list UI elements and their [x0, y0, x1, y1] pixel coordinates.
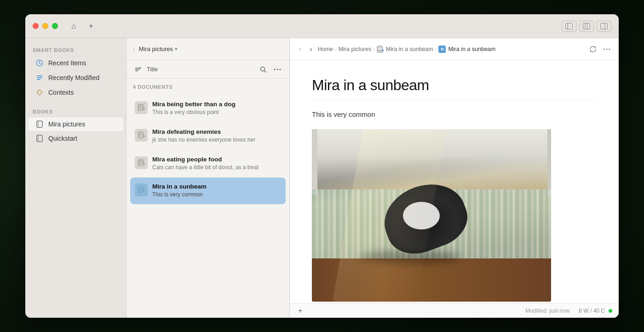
svg-rect-49: [378, 50, 381, 52]
doc-item-1-text: Mira being better than a dog This is a v…: [152, 101, 236, 116]
svg-rect-40: [144, 163, 145, 165]
doc-item-3[interactable]: Mira eating people food Cats can have a …: [130, 150, 286, 177]
svg-rect-34: [139, 136, 142, 137]
breadcrumb-book-link[interactable]: Mira pictures: [339, 46, 372, 52]
detail-content: Mira in a sunbeam This is very common: [290, 60, 619, 303]
notebook-icon: [35, 120, 44, 128]
smart-books-label: SMART BOOKS: [25, 47, 126, 53]
traffic-lights: [25, 23, 65, 29]
svg-rect-2: [583, 23, 590, 29]
back-nav-icon[interactable]: ‹: [133, 46, 135, 53]
svg-rect-32: [139, 133, 143, 134]
detail-header: ‹ › Home › Mira pictures ›: [290, 38, 619, 60]
doc-item-3-subtitle: Cats can have a little bit of donut, as …: [152, 164, 259, 172]
doc-title: Mira in a sunbeam: [312, 77, 597, 101]
status-bar: + Modified: just now 8 W / 40 C: [290, 303, 619, 318]
svg-rect-29: [139, 108, 142, 109]
doc-icon-2: [135, 129, 148, 142]
close-button[interactable]: [33, 23, 39, 29]
view-detail-button[interactable]: [597, 21, 611, 32]
sidebar-item-recent-items[interactable]: Recent Items: [28, 56, 123, 70]
current-doc-icon: N: [438, 46, 446, 53]
doc-icon-1: [135, 101, 148, 114]
doc-item-1-title: Mira being better than a dog: [152, 101, 236, 108]
view-sidebar-button[interactable]: [562, 21, 576, 32]
breadcrumb-current-label: Mira in a sunbeam: [448, 46, 495, 52]
doc-count-label: 4 DOCUMENTS: [126, 79, 289, 93]
svg-point-25: [280, 69, 281, 70]
sidebar-item-quickstart-label: Quickstart: [48, 135, 77, 142]
home-button[interactable]: ⌂: [67, 20, 80, 33]
sync-button[interactable]: [587, 44, 598, 55]
add-block-button[interactable]: +: [296, 307, 304, 315]
sort-label[interactable]: Title: [147, 66, 158, 73]
sidebar-item-mira-pictures-label: Mira pictures: [48, 120, 85, 128]
doc-item-2[interactable]: Mira defeating enemies jk she has no ene…: [130, 123, 286, 149]
sidebar-item-mira-pictures[interactable]: Mira pictures: [28, 117, 123, 131]
breadcrumb-button[interactable]: Mira pictures ▾: [139, 46, 178, 52]
svg-rect-16: [37, 135, 42, 142]
sidebar-item-contexts[interactable]: Contexts: [28, 86, 123, 99]
doc-list-toolbar: Title: [126, 60, 289, 79]
nav-forward-button[interactable]: ›: [307, 43, 315, 55]
breadcrumb-parent-label: Mira in a sunbeam: [386, 46, 433, 52]
doc-list-panel: ‹ Mira pictures ▾ Title: [126, 38, 290, 318]
doc-item-1[interactable]: Mira being better than a dog This is a v…: [130, 95, 286, 122]
notebook-quickstart-icon: [35, 134, 44, 143]
doc-body-text: This is very common: [312, 109, 597, 120]
more-options-button[interactable]: [272, 67, 283, 72]
breadcrumb-parent-item: Mira in a sunbeam: [377, 46, 433, 53]
breadcrumb-home-link[interactable]: Home: [318, 46, 333, 52]
search-button[interactable]: [258, 64, 268, 74]
svg-rect-28: [139, 107, 143, 108]
word-char-count: 8 W / 40 C: [579, 308, 605, 314]
books-section: BOOKS Mira pictures: [25, 107, 126, 146]
status-stats: 8 W / 40 C: [579, 308, 612, 314]
doc-item-4[interactable]: Mira in a sunbeam This is very common: [130, 177, 286, 204]
doc-list: Mira being better than a dog This is a v…: [126, 93, 289, 318]
sidebar-item-contexts-label: Contexts: [48, 89, 74, 96]
sidebar-item-recently-modified[interactable]: Recently Modified: [28, 71, 123, 85]
sidebar-item-recently-modified-label: Recently Modified: [48, 74, 99, 81]
breadcrumb-sep-2: ›: [373, 46, 375, 52]
main-content: SMART BOOKS Recent Items: [25, 38, 619, 318]
sidebar-item-quickstart[interactable]: Quickstart: [28, 132, 123, 145]
svg-rect-30: [144, 108, 145, 109]
svg-rect-33: [139, 134, 143, 135]
books-label: BOOKS: [25, 109, 126, 114]
chevron-down-icon: ▾: [175, 46, 178, 52]
svg-line-22: [264, 70, 266, 72]
svg-rect-43: [139, 189, 143, 190]
breadcrumb-sep-3: ›: [435, 46, 437, 52]
sort-button[interactable]: [133, 64, 143, 74]
svg-rect-14: [37, 121, 42, 127]
svg-rect-48: [378, 48, 380, 49]
doc-icon-3: [135, 156, 148, 169]
view-list-button[interactable]: [579, 21, 594, 32]
sidebar: SMART BOOKS Recent Items: [25, 38, 126, 318]
svg-point-52: [606, 48, 608, 50]
doc-item-4-title: Mira in a sunbeam: [152, 183, 207, 190]
cat-image-simulation: [312, 129, 551, 302]
svg-rect-27: [139, 105, 143, 106]
minimize-button[interactable]: [42, 23, 48, 29]
svg-rect-45: [144, 190, 145, 192]
doc-item-3-title: Mira eating people food: [152, 156, 259, 163]
title-bar: ⌂ +: [25, 14, 619, 38]
doc-list-header: ‹ Mira pictures ▾: [126, 38, 289, 60]
doc-thumbnail-icon: [377, 46, 384, 53]
breadcrumb-trail: Home › Mira pictures › Mira in a sunbeam: [318, 46, 585, 53]
svg-rect-37: [139, 160, 143, 161]
detail-more-button[interactable]: [601, 46, 612, 52]
text-icon: [35, 74, 44, 82]
doc-item-3-text: Mira eating people food Cats can have a …: [152, 156, 259, 172]
doc-item-2-subtitle: jk she has no enemies everyone loves her: [152, 136, 255, 144]
nav-back-button[interactable]: ‹: [296, 43, 304, 55]
doc-item-2-title: Mira defeating enemies: [152, 128, 255, 135]
svg-point-13: [38, 91, 39, 92]
doc-item-4-subtitle: This is very common: [152, 191, 207, 199]
maximize-button[interactable]: [52, 23, 58, 29]
svg-point-53: [609, 48, 610, 50]
svg-line-9: [40, 63, 41, 64]
add-document-button[interactable]: +: [85, 20, 98, 33]
